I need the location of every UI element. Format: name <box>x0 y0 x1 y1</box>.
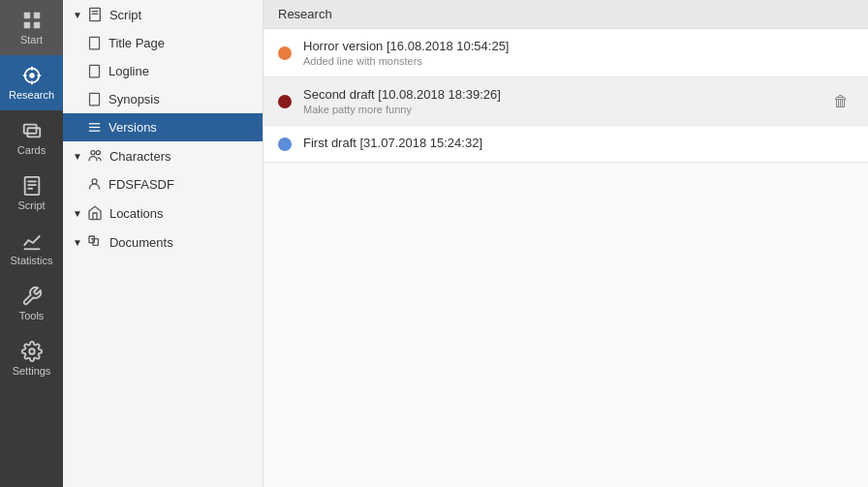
tree-sidebar: ▼ Script Title Page Logline Synopsis Ver… <box>63 0 264 487</box>
people-icon <box>87 148 103 164</box>
svg-rect-23 <box>90 93 100 106</box>
tree-group-script[interactable]: ▼ Script <box>63 0 263 29</box>
sidebar-item-start[interactable]: Start <box>0 0 63 55</box>
svg-point-27 <box>91 151 95 155</box>
sidebar-label-statistics: Statistics <box>10 255 52 266</box>
sidebar-label-settings: Settings <box>13 365 51 377</box>
tree-item-synopsis-label: Synopsis <box>108 92 160 107</box>
tree-group-locations[interactable]: ▼ Locations <box>63 198 263 228</box>
arrow-locations-icon: ▼ <box>73 208 82 219</box>
location-icon <box>87 205 103 221</box>
version-dot-3 <box>278 137 292 151</box>
sidebar-item-cards[interactable]: Cards <box>0 110 63 166</box>
svg-rect-3 <box>33 22 39 28</box>
svg-rect-22 <box>90 65 100 77</box>
person-icon <box>87 177 102 192</box>
tree-item-synopsis[interactable]: Synopsis <box>63 85 263 113</box>
version-title-1: Horror version [16.08.2018 10:54:25] <box>303 39 853 53</box>
version-dot-1 <box>278 46 292 60</box>
tree-item-title-page-label: Title Page <box>108 36 165 50</box>
research-icon <box>21 65 43 86</box>
sidebar-label-research: Research <box>9 89 54 101</box>
svg-point-28 <box>96 151 100 155</box>
main-header-title: Research <box>278 7 332 21</box>
sidebar-label-tools: Tools <box>19 310 45 321</box>
arrow-documents-icon: ▼ <box>73 237 82 248</box>
tree-item-versions-label: Versions <box>108 120 157 135</box>
svg-rect-0 <box>23 13 29 18</box>
svg-point-17 <box>29 349 35 354</box>
arrow-script-icon: ▼ <box>73 10 82 20</box>
script-tree-icon <box>87 7 103 22</box>
version-dot-2 <box>278 95 292 108</box>
svg-rect-2 <box>23 22 29 28</box>
version-item-3[interactable]: First draft [31.07.2018 15:24:32] <box>264 126 868 163</box>
sidebar-item-statistics[interactable]: Statistics <box>0 221 63 276</box>
tree-group-characters[interactable]: ▼ Characters <box>63 141 263 170</box>
version-info-3: First draft [31.07.2018 15:24:32] <box>303 136 853 152</box>
version-subtitle-2: Make patty more funny <box>303 104 828 115</box>
page-icon-synopsis <box>87 92 102 107</box>
tree-group-script-label: Script <box>109 8 141 22</box>
icon-sidebar: Start Research Cards Script S <box>0 0 63 487</box>
svg-rect-21 <box>90 37 100 49</box>
tools-icon <box>21 286 43 307</box>
page-icon-title <box>87 36 102 50</box>
tree-group-locations-label: Locations <box>109 206 164 221</box>
version-info-1: Horror version [16.08.2018 10:54:25] Add… <box>303 39 853 67</box>
tree-group-documents[interactable]: ▼ Documents <box>63 228 263 257</box>
grid-icon <box>21 10 43 31</box>
tree-item-logline-label: Logline <box>108 64 149 78</box>
list-icon-versions <box>87 120 102 135</box>
version-item-2[interactable]: Second draft [10.08.2018 18:39:26] Make … <box>264 77 868 126</box>
main-content: Research Horror version [16.08.2018 10:5… <box>264 0 868 487</box>
sidebar-label-start: Start <box>20 34 43 46</box>
delete-button-2[interactable]: 🗑 <box>828 91 853 112</box>
main-header: Research <box>264 0 868 29</box>
tree-group-documents-label: Documents <box>109 235 173 250</box>
page-icon-logline <box>87 64 102 78</box>
version-item-1[interactable]: Horror version [16.08.2018 10:54:25] Add… <box>264 29 868 77</box>
svg-rect-1 <box>33 13 39 18</box>
svg-point-4 <box>29 73 35 78</box>
sidebar-label-cards: Cards <box>17 144 46 156</box>
sidebar-label-script: Script <box>17 199 45 211</box>
sidebar-item-research[interactable]: Research <box>0 55 63 110</box>
sidebar-item-tools[interactable]: Tools <box>0 276 63 331</box>
tree-group-characters-label: Characters <box>109 149 171 164</box>
version-subtitle-1: Added line with monsters <box>303 55 853 67</box>
svg-point-29 <box>92 179 97 184</box>
tree-item-fdsfasdf[interactable]: FDSFASDF <box>63 170 263 198</box>
statistics-icon <box>21 230 43 252</box>
documents-icon <box>87 234 103 250</box>
tree-item-versions[interactable]: Versions <box>63 113 263 141</box>
sidebar-item-script[interactable]: Script <box>0 166 63 221</box>
version-list: Horror version [16.08.2018 10:54:25] Add… <box>264 29 868 163</box>
arrow-characters-icon: ▼ <box>73 151 82 162</box>
tree-item-fdsfasdf-label: FDSFASDF <box>108 177 174 192</box>
sidebar-item-settings[interactable]: Settings <box>0 331 63 386</box>
tree-item-logline[interactable]: Logline <box>63 57 263 85</box>
script-icon <box>21 175 43 197</box>
version-title-3: First draft [31.07.2018 15:24:32] <box>303 136 853 150</box>
version-title-2: Second draft [10.08.2018 18:39:26] <box>303 87 828 102</box>
cards-icon <box>21 120 43 141</box>
tree-item-title-page[interactable]: Title Page <box>63 29 263 57</box>
settings-icon <box>21 341 43 362</box>
version-info-2: Second draft [10.08.2018 18:39:26] Make … <box>303 87 828 115</box>
